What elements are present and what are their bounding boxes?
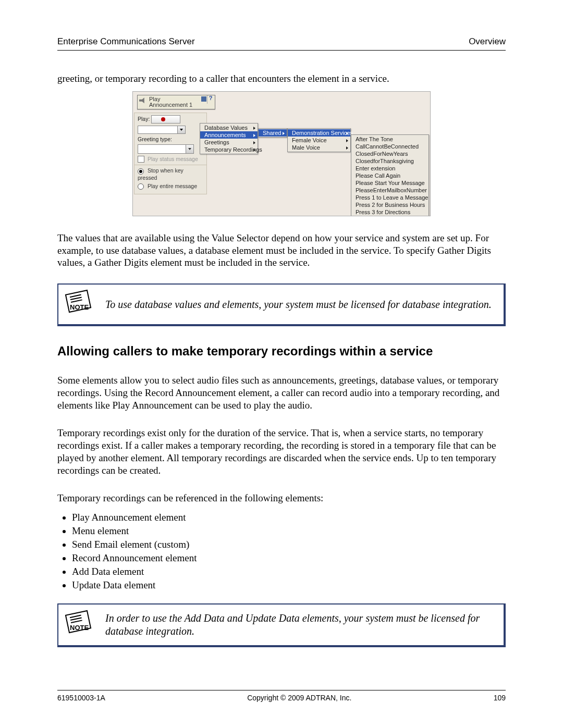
play-entire-radio[interactable] <box>138 183 144 190</box>
page-header: Enterprise Communications Server Overvie… <box>57 36 506 51</box>
menu-item[interactable]: Male Voice <box>288 144 350 151</box>
menu-item[interactable]: Shared <box>259 129 287 137</box>
note-label: NOTE <box>70 303 89 311</box>
menu-item[interactable]: ClosedforThanksgiving <box>351 157 429 165</box>
playback-toolbar[interactable] <box>151 115 180 124</box>
note-text: In order to use the Add Data and Update … <box>105 612 493 638</box>
play-label: Play: <box>138 116 150 122</box>
section-heading: Allowing callers to make temporary recor… <box>57 344 506 359</box>
intro-text: greeting, or temporary recording to a ca… <box>57 72 506 85</box>
radio2-label: Play entire message <box>148 183 197 189</box>
menu-item[interactable]: Announcements <box>200 131 258 139</box>
context-menu-level4[interactable]: After The Tone CallCannotBeConnected Clo… <box>351 134 429 216</box>
stop-when-key-radio[interactable] <box>138 168 144 175</box>
embedded-screenshot: Play Announcement 1 ? Play: Greeting typ… <box>132 91 431 216</box>
footer-left: 619510003-1A <box>57 694 105 702</box>
radio1-label: Stop when key pressed <box>138 167 183 180</box>
context-menu-level2[interactable]: Shared <box>258 128 287 138</box>
menu-item[interactable]: Database Values <box>200 124 258 131</box>
value-selector[interactable] <box>138 126 186 134</box>
play-status-checkbox[interactable] <box>138 156 144 163</box>
note-icon: NOTE <box>67 292 96 317</box>
list-item: Record Announcement element <box>72 552 506 564</box>
elements-list: Play Announcement element Menu element S… <box>57 512 506 591</box>
list-item: Update Data element <box>72 579 506 591</box>
menu-item[interactable]: ClosedForNewYears <box>351 150 429 157</box>
pin-icon[interactable] <box>201 96 206 102</box>
header-right: Overview <box>469 36 506 47</box>
footer-right: 109 <box>494 694 506 702</box>
menu-item[interactable]: Demonstration Services <box>288 129 350 137</box>
context-menu-level1[interactable]: Database Values Announcements Greetings … <box>200 123 258 154</box>
list-item: Menu element <box>72 525 506 537</box>
paragraph: Temporary recordings can be referenced i… <box>57 492 506 504</box>
paragraph: The values that are available using the … <box>57 232 506 269</box>
greeting-type-label: Greeting type: <box>138 136 203 142</box>
note-box: NOTE To use database values and elements… <box>57 283 506 326</box>
play-status-label: Play status message <box>148 156 198 162</box>
list-item: Send Email element (custom) <box>72 539 506 550</box>
header-left: Enterprise Communications Server <box>57 36 195 47</box>
note-label: NOTE <box>70 624 89 632</box>
note-icon: NOTE <box>67 612 96 637</box>
menu-item[interactable]: Female Voice <box>288 137 350 144</box>
context-menu-level3[interactable]: Demonstration Services Female Voice Male… <box>287 128 351 152</box>
menu-item[interactable]: After The Tone <box>351 135 429 143</box>
menu-item[interactable]: Press 1 to Leave a Message <box>351 194 429 201</box>
page-footer: 619510003-1A Copyright © 2009 ADTRAN, In… <box>57 690 506 702</box>
greeting-type-combo[interactable] <box>138 144 194 154</box>
footer-center: Copyright © 2009 ADTRAN, Inc. <box>247 694 351 702</box>
element-title-chip[interactable]: Play Announcement 1 ? <box>137 95 215 109</box>
menu-item[interactable]: Temporary Recordings <box>200 146 258 153</box>
menu-item[interactable]: CallCannotBeConnected <box>351 143 429 150</box>
dropdown-arrow-icon <box>186 145 193 153</box>
menu-item[interactable]: Press 3 for Directions <box>351 208 429 216</box>
dropdown-arrow-icon <box>177 126 185 133</box>
title-line2: Announcement 1 <box>149 102 192 108</box>
paragraph: Some elements allow you to select audio … <box>57 374 506 411</box>
menu-item[interactable]: Greetings <box>200 139 258 146</box>
menu-item[interactable]: Please Start Your Message <box>351 179 429 187</box>
menu-item[interactable]: Press 2 for Business Hours <box>351 201 429 208</box>
list-item: Add Data element <box>72 566 506 577</box>
paragraph: Temporary recordings exist only for the … <box>57 427 506 476</box>
menu-item[interactable]: Enter extension <box>351 165 429 172</box>
properties-panel: Play: Greeting type: Play status message… <box>134 113 207 194</box>
note-box: NOTE In order to use the Add Data and Up… <box>57 603 506 647</box>
menu-item[interactable]: Press 4 for Product Info <box>351 216 429 216</box>
menu-item[interactable]: PleaseEnterMailboxNumber <box>351 187 429 194</box>
speaker-icon <box>139 97 146 104</box>
list-item: Play Announcement element <box>72 512 506 523</box>
menu-item[interactable]: Please Call Again <box>351 172 429 179</box>
help-icon[interactable]: ? <box>207 95 214 104</box>
note-text: To use database values and elements, you… <box>105 298 492 311</box>
